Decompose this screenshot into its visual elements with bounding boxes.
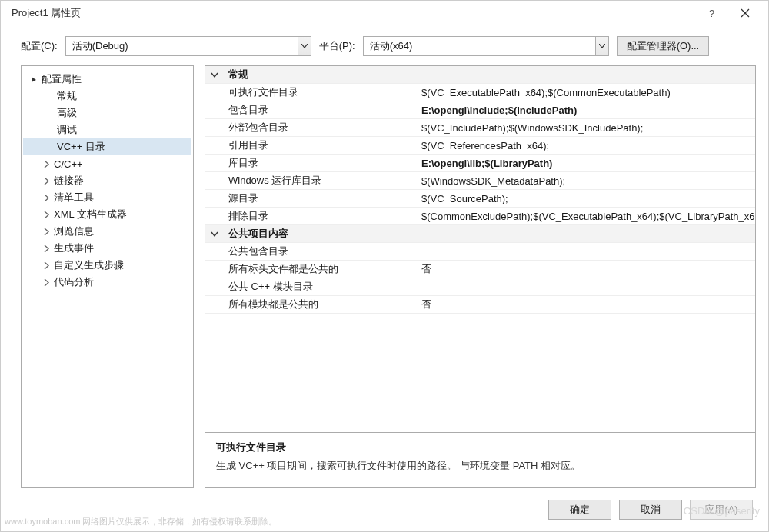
- ok-button[interactable]: 确定: [548, 500, 611, 520]
- tree-item[interactable]: 自定义生成步骤: [23, 257, 191, 274]
- tree-item-label: C/C++: [54, 158, 83, 170]
- property-row[interactable]: 引用目录$(VC_ReferencesPath_x64);: [205, 137, 755, 155]
- tree-item[interactable]: 浏览信息: [23, 223, 191, 240]
- tree-collapse-icon[interactable]: [29, 75, 38, 84]
- property-row[interactable]: 公共 C++ 模块目录: [205, 278, 755, 296]
- svg-text:?: ?: [709, 8, 714, 18]
- tree-item-label: 代码分析: [54, 275, 94, 289]
- tree-expand-icon[interactable]: [42, 244, 51, 253]
- tree-item-label: 链接器: [54, 174, 84, 188]
- property-name: Windows 运行库目录: [224, 174, 418, 188]
- tree-item[interactable]: 代码分析: [23, 274, 191, 291]
- titlebar: Project1 属性页 ?: [1, 1, 768, 25]
- tree-item[interactable]: 调试: [23, 121, 191, 138]
- property-value[interactable]: E:\opengl\lib;$(LibraryPath): [418, 155, 755, 171]
- group-name: 公共项目内容: [224, 227, 418, 241]
- property-value[interactable]: $(VC_ExecutablePath_x64);$(CommonExecuta…: [418, 84, 755, 101]
- configuration-row: 配置(C): 活动(Debug) 平台(P): 活动(x64) 配置管理器(O)…: [1, 25, 768, 65]
- tree-expand-icon[interactable]: [42, 176, 51, 185]
- property-row[interactable]: 所有标头文件都是公共的否: [205, 261, 755, 278]
- property-value[interactable]: [418, 278, 755, 295]
- description-title: 可执行文件目录: [216, 441, 744, 454]
- description-text: 生成 VC++ 项目期间，搜索可执行文件时使用的路径。 与环境变量 PATH 相…: [216, 459, 744, 473]
- tree-expand-icon[interactable]: [42, 193, 51, 202]
- tree-root[interactable]: 配置属性: [23, 71, 191, 88]
- group-name: 常规: [224, 68, 418, 81]
- tree-expand-icon[interactable]: [42, 159, 51, 168]
- property-name: 所有标头文件都是公共的: [224, 262, 418, 276]
- tree-expand-icon[interactable]: [42, 210, 51, 219]
- tree-item-label: 浏览信息: [54, 224, 94, 238]
- tree-item-label: 自定义生成步骤: [54, 258, 124, 272]
- tree-item[interactable]: VC++ 目录: [23, 138, 191, 155]
- tree-item[interactable]: XML 文档生成器: [23, 206, 191, 223]
- tree-item[interactable]: C/C++: [23, 155, 191, 172]
- property-value[interactable]: $(VC_IncludePath);$(WindowsSDK_IncludePa…: [418, 119, 755, 136]
- chevron-down-icon: [298, 37, 311, 55]
- tree-item[interactable]: 高级: [23, 105, 191, 121]
- tree-item[interactable]: 清单工具: [23, 189, 191, 206]
- property-group-header[interactable]: 公共项目内容: [205, 225, 755, 243]
- chevron-down-icon: [595, 37, 608, 55]
- body: 配置属性 常规高级调试VC++ 目录C/C++链接器清单工具XML 文档生成器浏…: [1, 65, 768, 488]
- cancel-button[interactable]: 取消: [619, 500, 682, 520]
- property-row[interactable]: 所有模块都是公共的否: [205, 296, 755, 314]
- property-name: 库目录: [224, 156, 418, 170]
- apply-button[interactable]: 应用(A): [690, 500, 753, 520]
- tree-item[interactable]: 常规: [23, 88, 191, 105]
- tree-expand-icon[interactable]: [42, 261, 51, 270]
- tree-item-label: 调试: [57, 123, 77, 137]
- property-group-header[interactable]: 常规: [205, 66, 755, 84]
- close-button[interactable]: [728, 2, 762, 25]
- property-name: 包含目录: [224, 103, 418, 117]
- property-row[interactable]: 外部包含目录$(VC_IncludePath);$(WindowsSDK_Inc…: [205, 119, 755, 137]
- tree-item[interactable]: 链接器: [23, 172, 191, 189]
- property-value[interactable]: $(VC_SourcePath);: [418, 190, 755, 207]
- property-value[interactable]: 否: [418, 296, 755, 313]
- property-row[interactable]: 库目录E:\opengl\lib;$(LibraryPath): [205, 155, 755, 172]
- property-row[interactable]: Windows 运行库目录$(WindowsSDK_MetadataPath);: [205, 172, 755, 190]
- config-label: 配置(C):: [21, 39, 58, 53]
- property-name: 可执行文件目录: [224, 85, 418, 99]
- property-row[interactable]: 包含目录E:\opengl\include;$(IncludePath): [205, 101, 755, 119]
- property-row[interactable]: 可执行文件目录$(VC_ExecutablePath_x64);$(Common…: [205, 84, 755, 101]
- tree-item-label: 清单工具: [54, 191, 94, 204]
- property-row[interactable]: 源目录$(VC_SourcePath);: [205, 190, 755, 208]
- help-button[interactable]: ?: [694, 2, 728, 25]
- tree-item[interactable]: 生成事件: [23, 240, 191, 257]
- property-name: 引用目录: [224, 138, 418, 152]
- property-name: 公共 C++ 模块目录: [224, 280, 418, 294]
- property-row[interactable]: 公共包含目录: [205, 243, 755, 261]
- tree-expand-icon[interactable]: [42, 278, 51, 287]
- property-name: 排除目录: [224, 209, 418, 223]
- property-value[interactable]: 否: [418, 261, 755, 278]
- property-value[interactable]: $(CommonExcludePath);$(VC_ExecutablePath…: [418, 208, 755, 224]
- description-box: 可执行文件目录 生成 VC++ 项目期间，搜索可执行文件时使用的路径。 与环境变…: [205, 433, 756, 488]
- property-value[interactable]: $(VC_ReferencesPath_x64);: [418, 137, 755, 154]
- property-name: 所有模块都是公共的: [224, 298, 418, 311]
- tree-item-label: 生成事件: [54, 241, 94, 255]
- property-name: 源目录: [224, 191, 418, 205]
- group-collapse-icon[interactable]: [205, 230, 224, 238]
- group-collapse-icon[interactable]: [205, 71, 224, 78]
- tree-item-label: XML 文档生成器: [54, 208, 127, 221]
- window-title: Project1 属性页: [12, 6, 694, 20]
- tree-item-label: VC++ 目录: [57, 140, 105, 154]
- config-dropdown[interactable]: 活动(Debug): [65, 36, 311, 56]
- tree-expand-icon[interactable]: [42, 227, 51, 236]
- tree-item-label: 常规: [57, 89, 77, 103]
- property-grid[interactable]: 常规可执行文件目录$(VC_ExecutablePath_x64);$(Comm…: [205, 65, 756, 433]
- property-value[interactable]: E:\opengl\include;$(IncludePath): [418, 101, 755, 118]
- property-name: 公共包含目录: [224, 244, 418, 258]
- platform-label: 平台(P):: [319, 39, 355, 53]
- config-manager-button[interactable]: 配置管理器(O)...: [617, 36, 710, 56]
- platform-dropdown[interactable]: 活动(x64): [363, 36, 609, 56]
- property-dialog: Project1 属性页 ? 配置(C): 活动(Debug) 平台(P): 活…: [0, 0, 769, 532]
- tree-item-label: 高级: [57, 106, 77, 120]
- property-value[interactable]: $(WindowsSDK_MetadataPath);: [418, 172, 755, 189]
- tree-panel[interactable]: 配置属性 常规高级调试VC++ 目录C/C++链接器清单工具XML 文档生成器浏…: [21, 65, 194, 488]
- property-row[interactable]: 排除目录$(CommonExcludePath);$(VC_Executable…: [205, 208, 755, 225]
- property-panel: 常规可执行文件目录$(VC_ExecutablePath_x64);$(Comm…: [205, 65, 756, 488]
- property-value[interactable]: [418, 243, 755, 260]
- dialog-buttons: 确定 取消 应用(A): [1, 488, 768, 531]
